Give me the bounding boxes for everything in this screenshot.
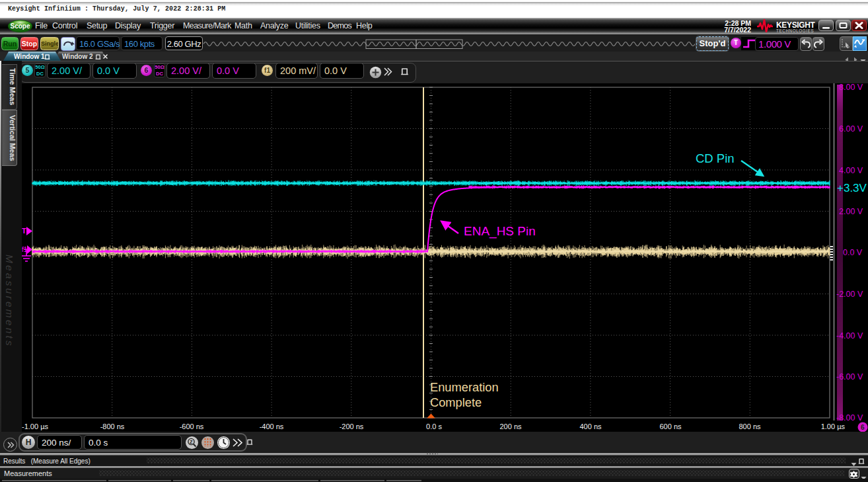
- svg-text:-200 ns: -200 ns: [340, 422, 364, 430]
- svg-text:0.0 V: 0.0 V: [843, 248, 863, 257]
- svg-text:2.00 V: 2.00 V: [839, 207, 863, 216]
- svg-text:Enumeration: Enumeration: [430, 380, 499, 394]
- svg-text:Z: Z: [190, 439, 193, 445]
- svg-text:CD Pin: CD Pin: [696, 151, 735, 165]
- svg-text:-400 ns: -400 ns: [260, 422, 284, 430]
- svg-text:-2.00 V: -2.00 V: [836, 290, 863, 299]
- svg-text:-800 ns: -800 ns: [100, 422, 125, 430]
- svg-text:6.00 V: 6.00 V: [839, 124, 863, 134]
- svg-text:400 ns: 400 ns: [579, 422, 602, 430]
- svg-text:Complete: Complete: [430, 395, 482, 409]
- svg-text:4.00 V: 4.00 V: [839, 166, 863, 175]
- svg-text:6: 6: [861, 424, 865, 431]
- svg-text:-8.00 V: -8.00 V: [836, 413, 863, 422]
- svg-text:T: T: [22, 227, 26, 235]
- svg-text:-1.00 µs: -1.00 µs: [22, 422, 48, 430]
- svg-text:0.0 s: 0.0 s: [426, 422, 442, 430]
- svg-text:200 ns: 200 ns: [499, 422, 522, 430]
- svg-text:ENA_HS Pin: ENA_HS Pin: [464, 224, 536, 239]
- svg-text:600 ns: 600 ns: [659, 422, 682, 430]
- svg-text:8.00 V: 8.00 V: [839, 83, 863, 92]
- svg-text:-6.00 V: -6.00 V: [836, 372, 863, 382]
- svg-text:-4.00 V: -4.00 V: [836, 331, 863, 341]
- svg-text:+3.3V: +3.3V: [837, 182, 867, 194]
- svg-text:800 ns: 800 ns: [739, 422, 761, 430]
- svg-text:1.00 µs: 1.00 µs: [821, 422, 846, 430]
- svg-text:-600 ns: -600 ns: [180, 422, 204, 430]
